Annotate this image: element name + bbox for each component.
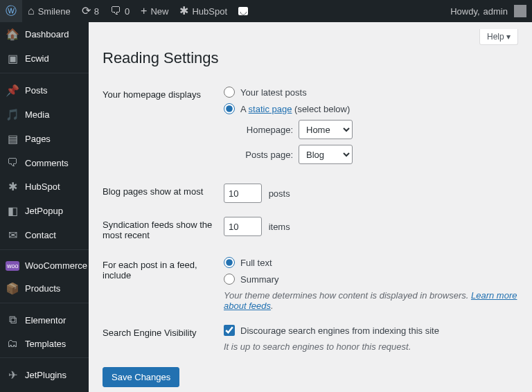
new-label: New bbox=[150, 6, 168, 17]
postspage-select-label: Posts page: bbox=[238, 150, 293, 160]
page-icon: ▤ bbox=[6, 132, 19, 145]
homepage-select-label: Homepage: bbox=[238, 125, 293, 135]
checkbox-discourage-label: Discourage search engines from indexing … bbox=[240, 326, 439, 336]
elementor-icon: ⧉ bbox=[6, 314, 19, 326]
updates-count: 8 bbox=[94, 6, 99, 17]
settings-table: Your homepage displays Your latest posts… bbox=[103, 80, 518, 359]
label-blog-pages: Blog pages show at most bbox=[103, 177, 224, 210]
chevron-down-icon: ▾ bbox=[506, 32, 511, 42]
updates-item[interactable]: ⟳8 bbox=[76, 0, 105, 22]
smush-item[interactable]: ◡ bbox=[233, 0, 254, 22]
sidebar-item-jetplugins[interactable]: ✈JetPlugins bbox=[0, 363, 89, 387]
sidebar-item-media[interactable]: 🎵Media bbox=[0, 103, 89, 127]
howdy-prefix: Howdy, bbox=[450, 6, 479, 17]
my-account[interactable]: Howdy, admin bbox=[445, 0, 532, 22]
feed-description: Your theme determines how content is dis… bbox=[224, 290, 518, 311]
username: admin bbox=[484, 6, 508, 17]
label-feed-include: For each post in a feed, include bbox=[103, 250, 224, 318]
contact-icon: ✉ bbox=[6, 229, 19, 242]
static-page-link[interactable]: static page bbox=[249, 104, 292, 114]
sev-description: It is up to search engines to honor this… bbox=[224, 341, 518, 352]
sidebar-item-elementor[interactable]: ⧉Elementor bbox=[0, 308, 89, 332]
plus-icon: + bbox=[141, 6, 147, 17]
pin-icon: 📌 bbox=[6, 84, 19, 97]
wordpress-icon: ⓦ bbox=[6, 6, 17, 17]
save-button[interactable]: Save Changes bbox=[103, 367, 179, 387]
sidebar-item-posts[interactable]: 📌Posts bbox=[0, 78, 89, 103]
label-blog-pages-suffix: posts bbox=[269, 188, 290, 199]
radio-latest-posts-label: Your latest posts bbox=[240, 87, 307, 98]
sidebar-item-contact[interactable]: ✉Contact bbox=[0, 223, 89, 247]
label-syndication-suffix: items bbox=[269, 222, 290, 232]
dashboard-icon: 🏠 bbox=[6, 28, 19, 41]
home-icon: ⌂ bbox=[28, 6, 35, 17]
comments-count: 0 bbox=[125, 6, 130, 17]
ecwid-icon: ▣ bbox=[6, 52, 19, 65]
products-icon: 📦 bbox=[6, 282, 19, 295]
sidebar-item-appearance[interactable]: 🖌Appearance bbox=[0, 387, 89, 392]
hubspot-icon: ✱ bbox=[6, 180, 19, 193]
sidebar-item-templates[interactable]: 🗂Templates bbox=[0, 332, 89, 355]
homepage-select[interactable]: Home bbox=[299, 120, 353, 139]
radio-full-text[interactable] bbox=[224, 257, 235, 268]
sidebar-item-comments[interactable]: 🗨Comments bbox=[0, 151, 89, 175]
sidebar-item-products[interactable]: 📦Products bbox=[0, 276, 89, 301]
postspage-select[interactable]: Blog bbox=[299, 145, 353, 164]
menu-separator bbox=[0, 73, 89, 76]
smush-icon: ◡ bbox=[238, 7, 248, 15]
label-sev: Search Engine Visibility bbox=[103, 318, 224, 359]
media-icon: 🎵 bbox=[6, 108, 19, 121]
site-name-item[interactable]: ⌂Smilene bbox=[22, 0, 76, 22]
page-title: Reading Settings bbox=[103, 49, 518, 67]
jetpopup-icon: ◧ bbox=[6, 204, 19, 217]
hubspot-item[interactable]: ✱HubSpot bbox=[174, 0, 233, 22]
label-syndication: Syndication feeds show the most recent bbox=[103, 210, 224, 250]
sidebar-item-pages[interactable]: ▤Pages bbox=[0, 127, 89, 151]
woo-icon: woo bbox=[6, 261, 19, 271]
comment-icon: 🗨 bbox=[6, 157, 19, 169]
admin-bar: ⓦ ⌂Smilene ⟳8 🗨0 +New ✱HubSpot ◡ Howdy, … bbox=[0, 0, 532, 22]
hubspot-icon: ✱ bbox=[179, 6, 188, 17]
menu-separator bbox=[0, 303, 89, 306]
update-icon: ⟳ bbox=[82, 6, 91, 17]
jetplugins-icon: ✈ bbox=[6, 368, 19, 382]
comment-icon: 🗨 bbox=[110, 6, 121, 17]
label-homepage-displays: Your homepage displays bbox=[103, 80, 224, 177]
sidebar-item-ecwid[interactable]: ▣Ecwid bbox=[0, 46, 89, 71]
wp-logo[interactable]: ⓦ bbox=[0, 0, 22, 22]
avatar bbox=[514, 5, 526, 17]
templates-icon: 🗂 bbox=[6, 337, 19, 350]
new-item[interactable]: +New bbox=[135, 0, 174, 22]
menu-separator bbox=[0, 357, 89, 361]
input-syndication[interactable] bbox=[224, 217, 262, 236]
sidebar-item-hubspot[interactable]: ✱HubSpot bbox=[0, 175, 89, 199]
content-area: Help ▾ Reading Settings Your homepage di… bbox=[89, 22, 532, 392]
radio-summary-label: Summary bbox=[240, 274, 279, 285]
admin-menu: 🏠Dashboard ▣Ecwid 📌Posts 🎵Media ▤Pages 🗨… bbox=[0, 22, 89, 392]
help-button[interactable]: Help ▾ bbox=[479, 29, 518, 45]
sidebar-item-dashboard[interactable]: 🏠Dashboard bbox=[0, 22, 89, 46]
menu-separator bbox=[0, 249, 89, 253]
radio-full-text-label: Full text bbox=[240, 258, 272, 268]
radio-latest-posts[interactable] bbox=[224, 87, 235, 98]
sidebar-item-jetpopup[interactable]: ◧JetPopup bbox=[0, 199, 89, 223]
radio-static-page-label: A static page (select below) bbox=[240, 104, 350, 114]
comments-item[interactable]: 🗨0 bbox=[105, 0, 135, 22]
radio-static-page[interactable] bbox=[224, 103, 235, 114]
sidebar-item-woocommerce[interactable]: wooWooCommerce bbox=[0, 255, 89, 276]
input-blog-pages[interactable] bbox=[224, 184, 262, 203]
site-name: Smilene bbox=[38, 6, 71, 17]
radio-summary[interactable] bbox=[224, 274, 235, 285]
hubspot-label: HubSpot bbox=[192, 6, 227, 17]
checkbox-discourage[interactable] bbox=[224, 325, 235, 336]
